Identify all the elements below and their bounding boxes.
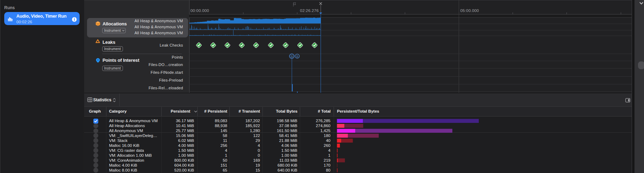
svg-text:S: S [296,54,298,58]
svg-text:S: S [291,54,293,58]
